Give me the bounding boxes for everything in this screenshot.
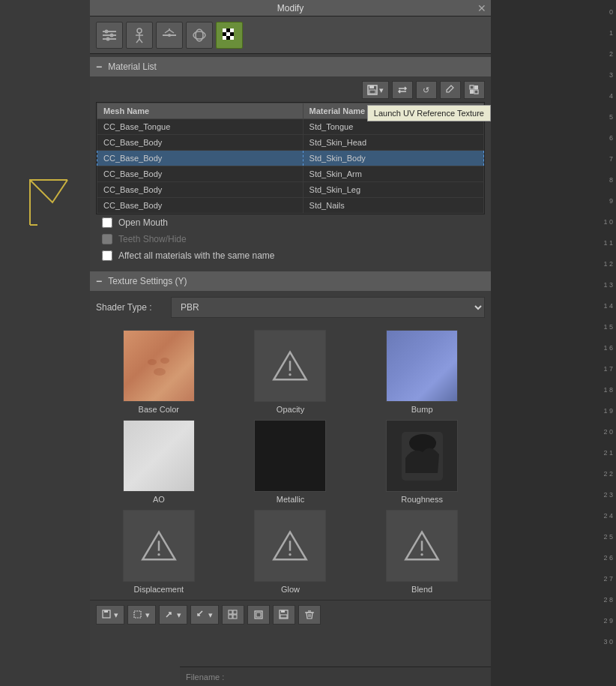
- ruler-number: 8: [609, 169, 613, 190]
- grid-view-btn[interactable]: [222, 605, 244, 625]
- table-row[interactable]: CC_Base_Body Std_Skin_Head: [97, 135, 484, 151]
- mesh-name-cell: CC_Base_Tongue: [97, 119, 304, 135]
- save-drop-btn[interactable]: ▾: [96, 605, 124, 625]
- texture-item-blend: Blend: [359, 510, 485, 594]
- ruler-number: 2: [609, 43, 613, 64]
- svg-point-47: [289, 553, 292, 556]
- scale-toolbar-btn[interactable]: [156, 22, 183, 49]
- ruler-number: 2 5: [603, 526, 613, 547]
- material-list-collapse[interactable]: −: [96, 61, 102, 73]
- reset-icon: ↺: [421, 85, 432, 95]
- ruler-number: 2 0: [603, 421, 613, 442]
- figure-toolbar-btn[interactable]: [126, 22, 153, 49]
- texture-label-metallic: Metallic: [277, 495, 304, 504]
- texture-item-glow: Glow: [228, 510, 354, 594]
- fit-view-btn[interactable]: [247, 605, 270, 625]
- svg-point-7: [137, 28, 142, 33]
- ruler-number: 2 2: [603, 463, 613, 484]
- sliders-toolbar-btn[interactable]: [96, 22, 123, 49]
- shader-type-row: Shader Type : PBR Standard: [90, 291, 491, 324]
- svg-point-50: [420, 553, 423, 556]
- svg-rect-59: [256, 613, 261, 617]
- texture-label-opacity: Opacity: [277, 405, 304, 414]
- save-action-btn[interactable]: ▾: [362, 81, 389, 99]
- checkerboard-icon: [221, 27, 238, 43]
- close-button[interactable]: ✕: [477, 2, 486, 14]
- open-mouth-checkbox[interactable]: [102, 217, 112, 228]
- texture-thumb-opacity[interactable]: [254, 330, 326, 402]
- texture-label-displacement: Displacement: [134, 585, 184, 594]
- texture-label-glow: Glow: [281, 585, 300, 594]
- texture-settings-collapse[interactable]: −: [96, 275, 102, 287]
- roughness-pattern: [387, 421, 458, 492]
- teeth-show-checkbox: [102, 234, 112, 244]
- texture-label-roughness: Roughness: [401, 495, 443, 504]
- texture-settings-title: Texture Settings (Y): [108, 276, 187, 286]
- swap-action-btn[interactable]: [392, 81, 413, 99]
- table-row[interactable]: CC_Base_Body Std_Skin_Arm: [97, 166, 484, 182]
- import-drop-icon: [196, 610, 207, 620]
- morph-toolbar-btn[interactable]: [186, 22, 213, 49]
- mesh-name-cell: CC_Base_Body: [97, 182, 304, 198]
- texture-thumb-metallic[interactable]: [254, 420, 326, 492]
- svg-rect-33: [474, 90, 478, 94]
- ruler-number: 1 7: [603, 358, 613, 379]
- svg-point-34: [148, 359, 157, 365]
- ruler-number: 5: [609, 106, 613, 127]
- texture-thumb-roughness[interactable]: [386, 420, 458, 492]
- save-file-icon: [279, 610, 289, 620]
- texture-thumb-displacement[interactable]: [123, 510, 195, 582]
- open-mouth-label[interactable]: Open Mouth: [118, 217, 168, 228]
- table-row[interactable]: CC_Base_Body Std_Skin_Leg: [97, 182, 484, 198]
- texture-settings-header: − Texture Settings (Y): [90, 271, 491, 291]
- svg-rect-24: [226, 36, 230, 40]
- tooltip: Launch UV Reference Texture: [367, 105, 491, 121]
- scale-icon: [161, 27, 178, 43]
- svg-rect-21: [226, 32, 230, 36]
- table-row[interactable]: CC_Base_Body Std_Nails: [97, 198, 484, 214]
- svg-line-10: [136, 39, 139, 43]
- grid-icon: [469, 85, 480, 95]
- texture-thumb-base_color[interactable]: [123, 330, 195, 402]
- window-title: Modify: [277, 3, 304, 13]
- texture-thumb-blend[interactable]: [386, 510, 458, 582]
- skin-pattern: [124, 331, 195, 402]
- edit-action-btn[interactable]: [440, 81, 461, 99]
- material-list-title: Material List: [108, 61, 157, 72]
- svg-point-39: [289, 373, 292, 376]
- delete-btn[interactable]: [298, 605, 321, 625]
- svg-line-11: [139, 39, 142, 43]
- affect-all-label[interactable]: Affect all materials with the same name: [118, 250, 275, 261]
- ruler-number: 2 8: [603, 589, 613, 610]
- select-drop-btn[interactable]: ▾: [127, 605, 156, 625]
- right-ruler: 01234567891 01 11 21 31 41 51 61 71 81 9…: [491, 0, 616, 686]
- ruler-number: 1 2: [603, 253, 613, 274]
- svg-rect-57: [233, 615, 237, 619]
- import-drop-btn[interactable]: ▾: [190, 605, 219, 625]
- ruler-number: 1 9: [603, 400, 613, 421]
- svg-rect-19: [230, 28, 234, 32]
- svg-rect-52: [104, 610, 108, 613]
- texture-item-base_color: Base Color: [96, 330, 222, 414]
- affect-all-checkbox[interactable]: [102, 250, 112, 261]
- save-file-btn[interactable]: [273, 605, 295, 625]
- texture-thumb-ao[interactable]: [123, 420, 195, 492]
- texture-item-metallic: Metallic: [228, 420, 354, 504]
- texture-item-roughness: Roughness: [359, 420, 485, 504]
- material-name-cell: Std_Skin_Body: [303, 151, 483, 166]
- reset-action-btn[interactable]: ↺: [416, 81, 437, 99]
- texture-label-bump: Bump: [411, 405, 433, 414]
- material-name-cell: Std_Skin_Head: [303, 135, 483, 151]
- toolbar: [90, 16, 491, 54]
- shader-type-select[interactable]: PBR Standard: [171, 297, 485, 318]
- texture-thumb-glow[interactable]: [254, 510, 326, 582]
- teeth-show-label: Teeth Show/Hide: [118, 234, 187, 244]
- status-text: Filename :: [186, 673, 224, 682]
- grid-action-btn[interactable]: [464, 81, 485, 99]
- table-row[interactable]: CC_Base_Body Std_Skin_Body: [97, 151, 484, 166]
- ruler-number: 2 7: [603, 568, 613, 589]
- texture-thumb-bump[interactable]: [386, 330, 458, 402]
- texture-toolbar-btn[interactable]: [216, 22, 243, 49]
- export-drop-btn[interactable]: ▾: [159, 605, 187, 625]
- affect-all-row: Affect all materials with the same name: [96, 247, 485, 264]
